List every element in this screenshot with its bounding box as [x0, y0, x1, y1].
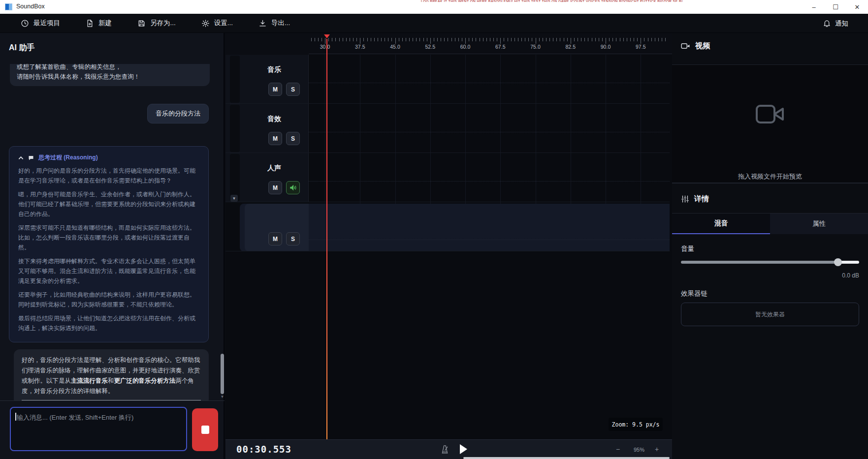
zoom-in-button[interactable]: +: [655, 445, 659, 453]
mute-button[interactable]: M: [268, 181, 282, 194]
playhead-marker[interactable]: [324, 34, 330, 38]
toolbar-button-save-as[interactable]: 另存为...: [137, 19, 176, 28]
video-preview-dropzone[interactable]: 拖入视频文件开始预览: [672, 65, 868, 184]
volume-slider[interactable]: [681, 258, 859, 266]
slider-track-filled: [681, 261, 838, 264]
track-row[interactable]: [225, 104, 670, 153]
solo-button[interactable]: S: [286, 83, 300, 96]
mute-button[interactable]: M: [268, 83, 282, 96]
ruler-tick: [465, 38, 466, 44]
collapse-track-button[interactable]: ▼: [230, 195, 238, 202]
toolbar-label: 另存为...: [150, 19, 176, 28]
slider-thumb[interactable]: [834, 258, 842, 266]
ruler-tick: [335, 38, 336, 41]
solo-button[interactable]: S: [286, 232, 300, 245]
message-input[interactable]: [10, 407, 187, 451]
chat-scrollbar-thumb[interactable]: [221, 354, 224, 394]
chevron-up-icon: [18, 156, 24, 160]
reasoning-paragraph: 好的，用户问的是音乐的分段方法，首先得确定他的使用场景。可能是在学习音乐理论，或…: [18, 166, 199, 185]
ruler-tick: [574, 38, 575, 41]
tab-属性[interactable]: 属性: [770, 214, 868, 234]
mute-button[interactable]: M: [268, 232, 282, 245]
ruler-tick: [546, 38, 547, 41]
ruler-label: 45.0: [390, 44, 400, 50]
waveform-baseline: [309, 132, 670, 132]
track-row[interactable]: [225, 153, 670, 202]
video-section-header: 视频: [681, 41, 710, 51]
play-button[interactable]: [460, 444, 467, 454]
ruler-tick: [630, 38, 631, 41]
ruler-tick: [318, 38, 319, 41]
solo-button-active[interactable]: [286, 181, 300, 194]
track-ms-buttons: M: [268, 181, 300, 194]
toolbar-button-settings[interactable]: 设置...: [201, 19, 233, 28]
ruler-tick: [402, 38, 403, 41]
ruler-tick: [325, 38, 325, 44]
ruler-tick: [595, 38, 596, 41]
ruler-tick: [388, 38, 388, 41]
transport-bar: 00:30.553 − 95% +: [225, 439, 672, 459]
toolbar-label: 导出...: [271, 19, 290, 28]
maximize-button[interactable]: ☐: [825, 0, 846, 14]
ruler-tick: [416, 38, 417, 41]
volume-value: 0.0 dB: [681, 272, 859, 279]
toolbar-button-new[interactable]: 新建: [86, 19, 112, 28]
reasoning-header[interactable]: 思考过程 (Reasoning): [18, 153, 199, 162]
zoom-out-button[interactable]: −: [616, 445, 620, 453]
toolbar-label: 设置...: [214, 19, 233, 28]
reasoning-paragraph: 嗯，用户身份可能是音乐学生、业余创作者，或者刚入门的制作人。他们可能已经了解基础…: [18, 189, 199, 219]
metronome-icon[interactable]: [441, 445, 449, 454]
reasoning-paragraph: 深层需求可能不只是知道有哪些结构，而是如何实际应用这些方法。比如，怎么判断一段音…: [18, 223, 199, 252]
scrollbar-down-arrow[interactable]: ▼: [220, 395, 225, 399]
toolbar-button-export[interactable]: 导出...: [258, 19, 290, 28]
ruler-label: 67.5: [495, 44, 505, 50]
ruler-tick: [623, 38, 624, 41]
stop-generation-button[interactable]: [192, 408, 218, 451]
user-message: 音乐的分段方法: [147, 104, 209, 123]
ruler-tick: [353, 38, 354, 41]
ruler-tick: [469, 38, 469, 41]
app-icon: [5, 3, 12, 10]
ruler-tick: [430, 38, 431, 44]
gear-icon: [201, 19, 210, 28]
tab-混音[interactable]: 混音: [672, 214, 770, 234]
ruler-tick: [399, 38, 399, 41]
ruler-tick: [476, 38, 476, 41]
ruler-corner: [225, 33, 309, 54]
ruler-tick: [385, 38, 385, 41]
chat-scroll-area[interactable]: 或想了解某首歌曲、专辑的相关信息， 请随时告诉我具体名称，我很乐意为您查询！ 音…: [0, 64, 220, 400]
ruler-tick: [602, 38, 603, 41]
ruler-tick: [648, 38, 648, 41]
ruler-tick: [406, 38, 406, 41]
sliders-icon: [681, 195, 689, 203]
video-camera-large-icon: [755, 103, 785, 125]
timeline-scrollbar-thumb[interactable]: [463, 457, 670, 459]
toolbar-button-recent[interactable]: 最近项目: [21, 19, 60, 28]
mute-button[interactable]: M: [268, 132, 282, 145]
clipped-line: 或想了解某首歌曲、专辑的相关信息，: [17, 64, 203, 72]
ruler-tick: [311, 38, 312, 41]
ruler-tick: [315, 38, 315, 41]
reasoning-paragraph: 还要举例子，比如用经典歌曲的结构来说明，这样用户更容易联想。同时提到听觉标记，因…: [18, 290, 199, 309]
details-tabs: 混音属性: [672, 214, 868, 234]
ruler-tick: [451, 38, 452, 41]
timeline-area: 音乐MS音效MS人声MMS ▼ 30.037.545.052.560.067.5…: [225, 33, 672, 459]
ruler-tick: [391, 38, 392, 41]
waveform-baseline: [309, 181, 670, 182]
ruler-tick: [444, 38, 445, 41]
toolbar-label: 新建: [98, 19, 112, 28]
track-row[interactable]: [225, 55, 670, 104]
ruler-tick: [339, 38, 340, 41]
ruler-tick: [665, 38, 666, 41]
ruler-tick: [419, 38, 420, 41]
ruler-tick: [637, 38, 638, 41]
notifications-button[interactable]: 通知: [823, 14, 848, 33]
close-button[interactable]: ✕: [846, 0, 868, 14]
titlebar: SoundBox LOG BREAK IT THIS WENT ON HERE …: [0, 0, 868, 14]
ruler-tick: [581, 38, 581, 41]
ai-assistant-title: AI 助手: [9, 43, 34, 53]
solo-button[interactable]: S: [286, 132, 300, 145]
minimize-button[interactable]: –: [803, 0, 825, 14]
ruler-tick: [455, 38, 455, 41]
details-section-header: 详情: [681, 194, 709, 204]
